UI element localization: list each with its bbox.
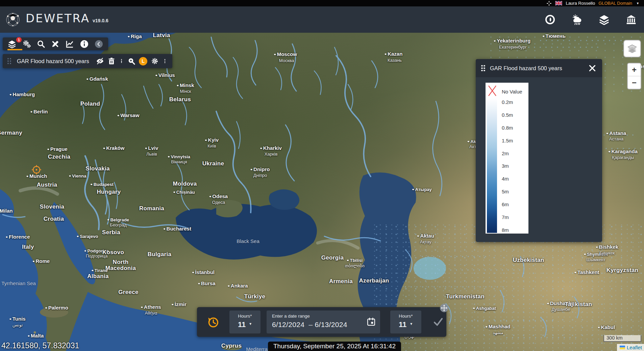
hours-before-select[interactable]: Hours* 11 ▼	[229, 310, 261, 333]
info-icon[interactable]	[80, 40, 89, 48]
active-tab-underline	[7, 49, 22, 50]
close-icon[interactable]	[588, 64, 597, 73]
legend-tick-label: 8m	[502, 227, 513, 233]
layers-control-icon	[627, 44, 637, 54]
no-value-x-icon	[487, 85, 498, 97]
map-attribution: Leaflet	[617, 344, 644, 351]
legend-tick-label: 6m	[502, 202, 513, 207]
legend-tick-label: 0.8m	[502, 125, 513, 130]
legend-color-ramp	[487, 98, 497, 233]
top-account-bar: Laura Rossello GLOBAL Domain ▼	[0, 0, 644, 6]
layer-bar: GAR Flood hazard 500 years	[3, 54, 172, 68]
delete-layer-icon[interactable]	[107, 57, 116, 65]
eye-icon[interactable]	[545, 14, 555, 25]
user-name[interactable]: Laura Rossello	[566, 1, 595, 6]
layers-panel-icon[interactable]	[8, 40, 16, 48]
apps-icon[interactable]	[546, 1, 552, 6]
chevron-down-icon: ▼	[410, 322, 413, 326]
layers-icon[interactable]	[599, 14, 610, 25]
zoom-out-button[interactable]: −	[628, 76, 641, 89]
range-end-date: 6/13/2024	[315, 321, 347, 328]
weather-icon[interactable]	[572, 14, 583, 25]
chart-icon[interactable]	[66, 40, 74, 48]
legend-panel-title: GAR Flood hazard 500 years	[490, 65, 562, 72]
layer-more-icon[interactable]	[162, 57, 168, 65]
app-version: v19.0.6	[93, 18, 108, 23]
uk-flag-icon	[555, 1, 562, 5]
tools-icon[interactable]	[51, 40, 59, 48]
date-range-field[interactable]: Enter a date range 6/12/2024 – 6/13/2024	[267, 310, 380, 333]
user-domain[interactable]: GLOBAL Domain	[598, 1, 632, 6]
cursor-coordinates: 42.161580, 57.832031	[1, 341, 79, 350]
bank-icon[interactable]	[626, 14, 637, 25]
hide-layer-icon[interactable]	[96, 57, 104, 65]
layer-drag-handle[interactable]	[7, 58, 11, 64]
move-panel-handle[interactable]	[440, 303, 449, 313]
hours-before-value: 11	[238, 320, 246, 329]
zoom-in-button[interactable]: +	[628, 63, 641, 76]
legend-ticks: 0.2m0.5m0.8m1.5m2m3m4m5m6m7m8m	[502, 100, 513, 233]
legend-tick-label: 4m	[502, 176, 513, 181]
dewetra-logo-icon	[5, 11, 21, 28]
legend-drag-handle[interactable]	[481, 65, 485, 72]
date-range-label: Enter a date range	[272, 314, 380, 319]
legend-tick-label: 3m	[502, 163, 513, 168]
target-marker-icon	[31, 165, 42, 175]
legend-toggle-button[interactable]: L	[139, 57, 147, 65]
hours-before-label: Hours*	[238, 314, 252, 319]
date-range-value: 6/12/2024 – 6/13/2024	[272, 321, 380, 329]
hours-after-label: Hours*	[399, 314, 413, 319]
time-history-icon[interactable]	[206, 316, 219, 328]
settings-icon[interactable]	[22, 40, 31, 48]
legend-tick-label: 7m	[502, 215, 513, 220]
legend-tick-label: 1.5m	[502, 138, 513, 143]
account-caret-icon[interactable]: ▼	[636, 2, 639, 5]
dewetra-app: RigaLatviaMoscowМоскваKazanКазаньYekater…	[0, 0, 644, 351]
ukraine-flag-icon	[620, 346, 625, 349]
app-header: DEWETRA v19.0.6	[0, 6, 644, 33]
basemap-layers-button[interactable]	[623, 40, 641, 57]
map-toolbar: 1	[3, 37, 108, 50]
range-separator: –	[308, 321, 313, 328]
layers-count-badge: 1	[16, 37, 22, 43]
calendar-icon[interactable]	[367, 317, 376, 326]
chevron-down-icon: ▼	[249, 322, 252, 326]
search-icon[interactable]	[37, 40, 45, 48]
legend-tick-label: 0.5m	[502, 112, 513, 117]
layer-settings-icon[interactable]	[151, 57, 159, 65]
legend-tick-label: 2m	[502, 151, 513, 156]
hours-after-select[interactable]: Hours* 11 ▼	[390, 310, 421, 333]
time-panel: Hours* 11 ▼ Enter a date range 6/12/2024…	[197, 307, 446, 337]
legend-tick-label: 0.2m	[502, 100, 513, 105]
legend-tick-label: 5m	[502, 189, 513, 194]
zoom-control: + −	[627, 63, 641, 89]
map-scale-bar: 300 km	[603, 335, 641, 342]
range-start-date: 6/12/2024	[272, 321, 304, 328]
apply-time-button[interactable]	[433, 317, 444, 327]
zoom-to-layer-icon[interactable]	[127, 57, 135, 65]
no-value-label: No Value	[502, 89, 522, 94]
legend-panel-header[interactable]: GAR Flood hazard 500 years	[476, 59, 602, 77]
collapse-toolbar-icon[interactable]	[95, 40, 103, 48]
datetime-status-bar: Thursday, September 25, 2025 At 16:31:42	[268, 342, 401, 351]
layer-title[interactable]: GAR Flood hazard 500 years	[17, 58, 89, 64]
hours-after-value: 11	[399, 320, 406, 329]
leaflet-link[interactable]: Leaflet	[627, 345, 642, 350]
legend-panel: GAR Flood hazard 500 years No Value 0.2m…	[476, 59, 602, 242]
layer-info-icon[interactable]	[119, 57, 124, 65]
brand: DEWETRA v19.0.6	[5, 11, 108, 28]
app-title: DEWETRA	[26, 11, 90, 25]
legend-image: No Value 0.2m0.5m0.8m1.5m2m3m4m5m6m7m8m	[486, 83, 528, 234]
